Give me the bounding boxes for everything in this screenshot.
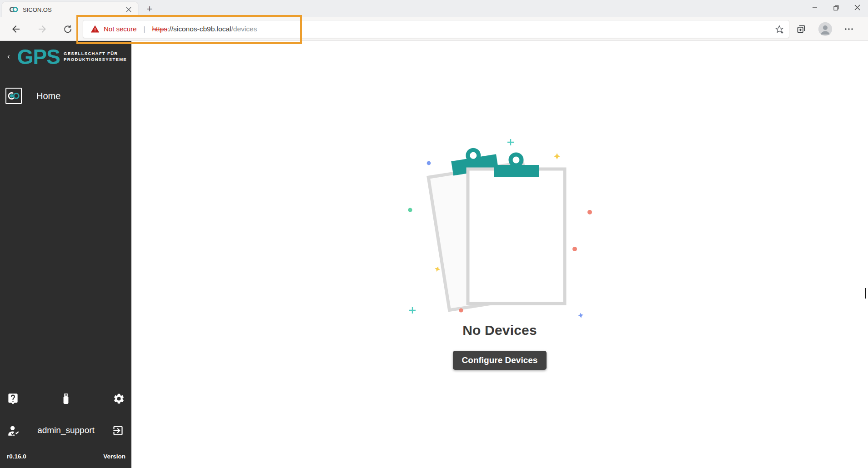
confetti-sparkle-yellow bbox=[434, 265, 441, 272]
usb-device-icon[interactable] bbox=[59, 391, 73, 406]
sidebar-header: GPS GESELLSCHAFT FÜR PRODUKTIONSSYSTEME bbox=[0, 41, 131, 73]
browser-toolbar: Not secure | https://siconos-cb9b.local/… bbox=[0, 17, 868, 41]
main-content: No Devices Configure Devices bbox=[131, 41, 868, 468]
empty-state: No Devices Configure Devices bbox=[131, 136, 868, 370]
more-menu-icon[interactable] bbox=[844, 24, 854, 34]
back-button-icon[interactable] bbox=[8, 21, 24, 37]
reload-button-icon[interactable] bbox=[60, 21, 75, 37]
window-close-icon[interactable] bbox=[847, 0, 868, 15]
sidebar-utility-row bbox=[0, 388, 131, 409]
logout-icon[interactable] bbox=[112, 424, 124, 437]
browser-tab[interactable]: SICON.OS bbox=[2, 2, 138, 17]
confetti-sparkle-blue bbox=[577, 312, 584, 318]
sidebar-spacer bbox=[0, 108, 131, 388]
settings-gear-icon[interactable] bbox=[111, 391, 126, 406]
browser-tab-strip: SICON.OS + bbox=[0, 0, 868, 17]
forward-button-icon[interactable] bbox=[35, 21, 50, 37]
page-body: GPS GESELLSCHAFT FÜR PRODUKTIONSSYSTEME … bbox=[0, 41, 868, 468]
confetti-dot-blue bbox=[427, 161, 431, 165]
configure-devices-button[interactable]: Configure Devices bbox=[453, 351, 547, 370]
tab-title: SICON.OS bbox=[23, 6, 125, 13]
confetti-dot-salmon bbox=[572, 247, 577, 251]
url-text: https://siconos-cb9b.local/devices bbox=[152, 25, 257, 33]
new-tab-button[interactable]: + bbox=[143, 3, 156, 15]
confetti-dot-green bbox=[408, 208, 412, 212]
sidebar-item-home[interactable]: Home bbox=[0, 84, 131, 108]
address-bar[interactable]: Not secure | https://siconos-cb9b.local/… bbox=[83, 20, 789, 38]
home-logo-icon bbox=[5, 88, 22, 104]
collections-icon[interactable] bbox=[796, 24, 807, 35]
add-favorite-star-icon[interactable] bbox=[774, 24, 784, 34]
version-label: Version bbox=[103, 453, 125, 460]
url-path: /devices bbox=[231, 25, 257, 33]
text-cursor bbox=[865, 288, 866, 299]
confetti-plus-teal bbox=[409, 307, 416, 314]
help-icon[interactable] bbox=[5, 391, 20, 406]
version-value: r0.16.0 bbox=[7, 453, 26, 460]
window-restore-icon[interactable] bbox=[825, 0, 847, 15]
confetti-sparkle-yellow bbox=[554, 153, 560, 159]
security-status: Not secure bbox=[104, 25, 137, 33]
window-controls bbox=[804, 0, 868, 15]
url-scheme: https bbox=[152, 25, 167, 33]
user-name: admin_support bbox=[20, 425, 112, 435]
address-divider: | bbox=[144, 25, 146, 33]
sidebar-version-row: r0.16.0 Version bbox=[0, 444, 131, 468]
sidebar: GPS GESELLSCHAFT FÜR PRODUKTIONSSYSTEME … bbox=[0, 41, 131, 468]
gps-logo-subtitle: GESELLSCHAFT FÜR PRODUKTIONSSYSTEME bbox=[64, 51, 127, 63]
gps-logo: GPS bbox=[17, 46, 60, 67]
confetti-dot-salmon bbox=[459, 308, 463, 312]
empty-state-title: No Devices bbox=[462, 323, 537, 338]
tab-close-icon[interactable] bbox=[125, 5, 133, 14]
url-host: ://siconos-cb9b.local bbox=[167, 25, 231, 33]
user-check-icon bbox=[7, 424, 20, 437]
profile-avatar[interactable] bbox=[818, 22, 832, 36]
window-minimize-icon[interactable] bbox=[804, 0, 825, 15]
confetti-plus-teal bbox=[507, 139, 514, 145]
not-secure-warning-icon bbox=[90, 25, 100, 34]
sidebar-user-row[interactable]: admin_support bbox=[0, 416, 131, 444]
sidebar-collapse-icon[interactable] bbox=[6, 51, 11, 63]
sidebar-item-label: Home bbox=[36, 91, 60, 101]
confetti-dot-salmon bbox=[587, 210, 592, 214]
clipboards-illustration bbox=[404, 136, 595, 318]
favicon-sicon-icon bbox=[9, 5, 18, 14]
